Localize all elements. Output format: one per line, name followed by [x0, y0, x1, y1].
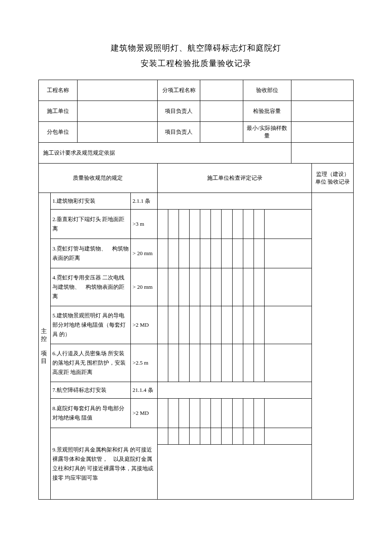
check-cell[interactable]: [190, 344, 200, 382]
min-actual-value[interactable]: [291, 122, 353, 143]
pm-value[interactable]: [200, 101, 243, 122]
check-cell[interactable]: [200, 344, 211, 382]
page-title: 建筑物景观照明灯、航空障碍标志灯和庭院灯: [38, 43, 354, 54]
construct-unit-value[interactable]: [77, 101, 157, 122]
check-cell[interactable]: [179, 344, 190, 382]
check-cell[interactable]: [168, 399, 179, 428]
pm2-label: 项目负责人: [157, 122, 200, 143]
check-cell[interactable]: [222, 344, 232, 382]
check-cell[interactable]: [222, 428, 232, 445]
check-summary[interactable]: [264, 239, 312, 268]
check-cell[interactable]: [200, 306, 211, 344]
check-cell[interactable]: [157, 239, 168, 268]
check-cell[interactable]: [179, 210, 190, 239]
subitem-value[interactable]: [200, 80, 243, 101]
project-name[interactable]: [77, 80, 157, 101]
check-cell[interactable]: [243, 239, 254, 268]
check-record[interactable]: [157, 382, 311, 399]
check-cell[interactable]: [254, 306, 264, 344]
check-cell[interactable]: [157, 306, 168, 344]
check-cell[interactable]: [232, 428, 243, 445]
check-summary[interactable]: [264, 428, 312, 445]
check-cell[interactable]: [232, 399, 243, 428]
check-cell[interactable]: [190, 268, 200, 306]
item-desc: 7.航空障碍标志灯安装: [50, 382, 130, 399]
check-cell[interactable]: [211, 399, 222, 428]
check-cell[interactable]: [211, 210, 222, 239]
batch-capacity-value[interactable]: [291, 101, 353, 122]
check-cell[interactable]: [222, 239, 232, 268]
check-cell[interactable]: [190, 399, 200, 428]
check-cell[interactable]: [211, 239, 222, 268]
item-desc: 6.人行道及人员密集场 所安装的落地灯具无 围栏防护，安装高度距 地面距离: [50, 344, 130, 382]
check-cell[interactable]: [243, 268, 254, 306]
check-cell[interactable]: [222, 306, 232, 344]
check-cell[interactable]: [200, 428, 211, 445]
check-summary[interactable]: [264, 399, 312, 428]
accept-part-value[interactable]: [291, 80, 353, 101]
check-cell[interactable]: [243, 399, 254, 428]
check-cell[interactable]: [211, 428, 222, 445]
check-cell[interactable]: [157, 344, 168, 382]
check-cell[interactable]: [232, 344, 243, 382]
item-desc: 8.庭院灯每套灯具的 导电部分对地绝缘电 阻值: [50, 399, 130, 428]
check-cell[interactable]: [211, 268, 222, 306]
project-name-label: 工程名称: [39, 80, 78, 101]
check-cell[interactable]: [222, 268, 232, 306]
check-cell[interactable]: [179, 306, 190, 344]
check-cell[interactable]: [211, 306, 222, 344]
check-cell[interactable]: [254, 268, 264, 306]
check-cell[interactable]: [168, 268, 179, 306]
check-cell[interactable]: [232, 306, 243, 344]
check-cell[interactable]: [232, 239, 243, 268]
check-cell[interactable]: [168, 306, 179, 344]
check-summary[interactable]: [264, 344, 312, 382]
check-cell[interactable]: [243, 210, 254, 239]
check-cell[interactable]: [254, 239, 264, 268]
check-cell[interactable]: [157, 399, 168, 428]
check-cell[interactable]: [190, 306, 200, 344]
check-cell[interactable]: [200, 399, 211, 428]
check-cell[interactable]: [200, 239, 211, 268]
check-cell[interactable]: [211, 344, 222, 382]
check-cell[interactable]: [179, 268, 190, 306]
check-summary[interactable]: [264, 210, 312, 239]
check-cell[interactable]: [200, 210, 211, 239]
check-cell[interactable]: [168, 428, 179, 445]
item-desc: 1.建筑物彩灯安装: [50, 193, 130, 210]
supervise-record[interactable]: [312, 193, 354, 500]
check-cell[interactable]: [243, 428, 254, 445]
check-cell[interactable]: [190, 210, 200, 239]
check-cell[interactable]: [222, 399, 232, 428]
pm2-value[interactable]: [200, 122, 243, 143]
check-cell[interactable]: [243, 344, 254, 382]
check-record[interactable]: [157, 193, 311, 210]
check-cell[interactable]: [254, 428, 264, 445]
check-cell[interactable]: [200, 268, 211, 306]
check-cell[interactable]: [157, 268, 168, 306]
check-summary[interactable]: [264, 306, 312, 344]
check-record[interactable]: [157, 445, 311, 500]
check-cell[interactable]: [168, 239, 179, 268]
check-cell[interactable]: [254, 399, 264, 428]
check-cell[interactable]: [179, 239, 190, 268]
check-summary[interactable]: [264, 268, 312, 306]
check-cell[interactable]: [168, 344, 179, 382]
check-cell[interactable]: [254, 210, 264, 239]
check-cell[interactable]: [190, 239, 200, 268]
check-cell[interactable]: [190, 428, 200, 445]
check-cell[interactable]: [179, 399, 190, 428]
check-cell[interactable]: [157, 428, 168, 445]
check-cell[interactable]: [168, 210, 179, 239]
check-cell[interactable]: [232, 210, 243, 239]
check-cell[interactable]: [179, 428, 190, 445]
subitem-label: 分项工程名称: [157, 80, 200, 101]
check-cell[interactable]: [243, 306, 254, 344]
sub-unit-value[interactable]: [77, 122, 157, 143]
check-cell[interactable]: [222, 210, 232, 239]
pm-label: 项目负责人: [157, 101, 200, 122]
check-cell[interactable]: [254, 344, 264, 382]
check-cell[interactable]: [157, 210, 168, 239]
basis-value[interactable]: [291, 143, 353, 164]
check-cell[interactable]: [232, 268, 243, 306]
